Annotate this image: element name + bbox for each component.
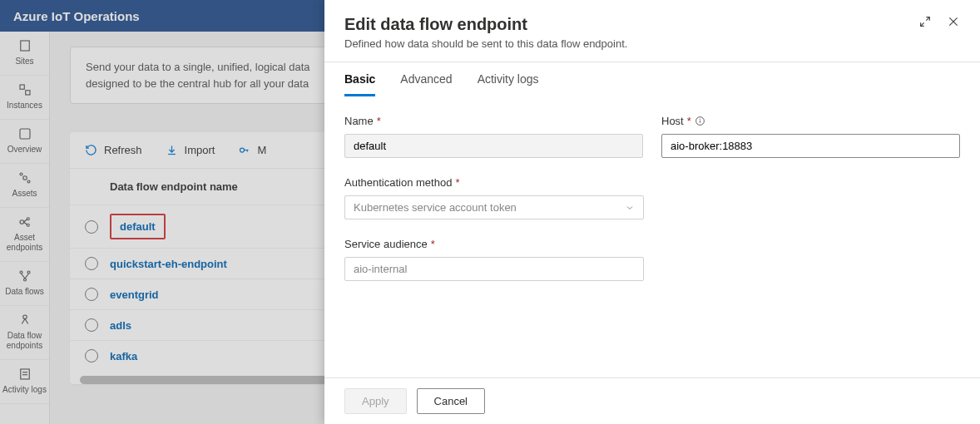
panel-form: Name * Host * Authentication method * — [324, 96, 980, 377]
tab-activity-logs[interactable]: Activity logs — [478, 72, 539, 96]
auth-method-value: Kubernetes service account token — [354, 201, 517, 214]
radio-icon[interactable] — [85, 220, 98, 234]
panel-subtitle: Defined how data should be sent to this … — [344, 37, 627, 50]
endpoint-link[interactable]: eventgrid — [110, 288, 159, 301]
name-input[interactable] — [344, 134, 643, 158]
sidebar-item-label: Sites — [15, 57, 33, 67]
svg-point-14 — [20, 271, 22, 274]
sidebar-item-label: Data flows — [5, 287, 44, 297]
edit-endpoint-panel: Edit data flow endpoint Defined how data… — [324, 0, 980, 424]
audience-label: Service audience * — [344, 238, 644, 250]
service-audience-input[interactable] — [344, 257, 644, 281]
svg-point-6 — [22, 176, 27, 180]
sidebar-item-label: Overview — [7, 145, 42, 155]
sidebar-item-overview[interactable]: Overview — [0, 120, 49, 164]
building-icon — [17, 38, 32, 53]
sidebar-item-sites[interactable]: Sites — [0, 32, 49, 76]
sidebar-item-label: Assets — [12, 189, 37, 199]
more-label: M — [257, 144, 266, 156]
sidebar-item-asset-endpoints[interactable]: Asset endpoints — [0, 208, 49, 262]
instances-icon — [17, 82, 32, 97]
endpoint-link[interactable]: quickstart-eh-endpoint — [110, 258, 227, 270]
app-title: Azure IoT Operations — [13, 9, 140, 23]
logs-icon — [17, 367, 32, 382]
refresh-label: Refresh — [104, 144, 142, 156]
svg-rect-18 — [20, 369, 29, 379]
radio-icon[interactable] — [85, 288, 98, 301]
required-asterisk: * — [687, 115, 691, 127]
import-label: Import — [185, 144, 215, 156]
flow-endpoint-icon — [17, 313, 32, 328]
sidebar-item-data-flows[interactable]: Data flows — [0, 262, 49, 306]
host-label: Host * — [661, 115, 960, 127]
svg-point-10 — [27, 218, 29, 220]
endpoint-link[interactable]: kafka — [110, 350, 137, 362]
sidebar-item-data-flow-endpoints[interactable]: Data flow endpoints — [0, 306, 49, 360]
endpoint-icon — [17, 214, 32, 229]
endpoint-link[interactable]: default — [120, 220, 156, 233]
svg-point-9 — [20, 220, 24, 224]
svg-rect-5 — [20, 129, 30, 139]
endpoint-link[interactable]: adls — [110, 319, 131, 332]
chevron-down-icon — [625, 203, 635, 213]
name-label: Name * — [344, 115, 643, 127]
import-icon — [166, 144, 178, 156]
auth-method-select[interactable]: Kubernetes service account token — [344, 195, 644, 219]
sidebar-item-instances[interactable]: Instances — [0, 76, 49, 120]
sidebar-item-activity-logs[interactable]: Activity logs — [0, 360, 49, 404]
sidebar-item-label: Instances — [7, 101, 42, 111]
tab-advanced[interactable]: Advanced — [400, 72, 452, 96]
auth-label: Authentication method * — [344, 176, 960, 189]
sidebar-item-label: Asset endpoints — [2, 233, 47, 253]
radio-icon[interactable] — [85, 257, 98, 270]
expand-icon[interactable] — [918, 15, 932, 28]
svg-point-32 — [700, 119, 700, 120]
svg-point-15 — [27, 271, 30, 274]
svg-line-13 — [23, 222, 27, 224]
panel-tabs: Basic Advanced Activity logs — [324, 62, 980, 96]
required-asterisk: * — [377, 115, 381, 127]
svg-point-11 — [27, 224, 29, 226]
sidebar-item-assets[interactable]: Assets — [0, 164, 49, 208]
cancel-button[interactable]: Cancel — [417, 388, 485, 414]
sidebar-item-label: Data flow endpoints — [2, 331, 47, 351]
svg-point-8 — [27, 180, 30, 183]
radio-icon[interactable] — [85, 349, 98, 362]
flow-icon — [17, 269, 32, 283]
svg-point-23 — [240, 148, 245, 152]
import-button[interactable]: Import — [166, 144, 215, 156]
tab-basic[interactable]: Basic — [344, 72, 375, 96]
more-button[interactable]: M — [238, 144, 266, 156]
refresh-icon — [85, 144, 97, 156]
svg-line-12 — [23, 219, 27, 222]
svg-point-7 — [20, 173, 22, 175]
svg-point-17 — [22, 315, 27, 319]
sidebar: Sites Instances Overview Assets Asset en… — [0, 32, 50, 424]
assets-icon — [17, 170, 32, 185]
info-icon[interactable] — [695, 116, 705, 126]
panel-footer: Apply Cancel — [324, 377, 980, 424]
svg-rect-0 — [20, 41, 29, 51]
refresh-button[interactable]: Refresh — [85, 144, 142, 156]
panel-title: Edit data flow endpoint — [344, 15, 627, 34]
close-icon[interactable] — [947, 15, 960, 28]
required-asterisk: * — [455, 176, 459, 189]
host-input[interactable] — [661, 134, 960, 158]
radio-icon[interactable] — [85, 318, 98, 332]
sidebar-item-label: Activity logs — [2, 385, 47, 395]
required-asterisk: * — [431, 238, 435, 250]
key-icon — [238, 144, 250, 156]
svg-rect-4 — [25, 91, 29, 95]
svg-rect-3 — [20, 85, 24, 89]
overview-icon — [17, 126, 32, 141]
apply-button[interactable]: Apply — [344, 388, 407, 414]
